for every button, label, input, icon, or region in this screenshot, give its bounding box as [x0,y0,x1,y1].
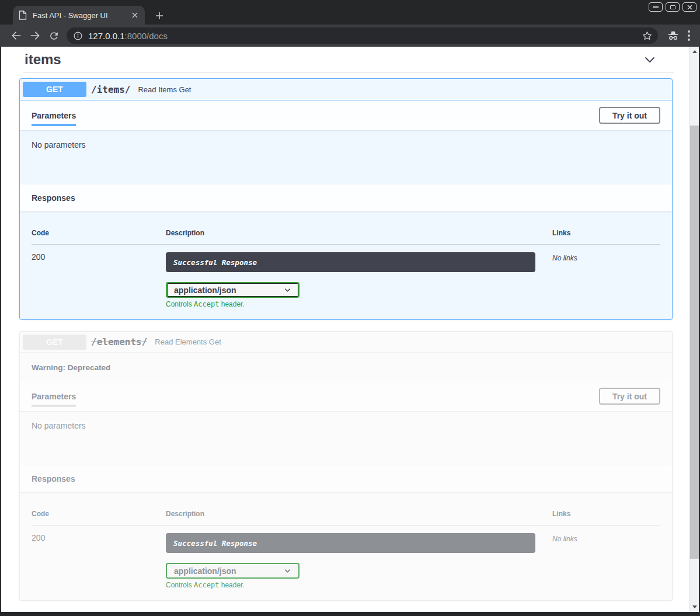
links-column-header: Links [552,229,660,237]
address-bar[interactable]: 127.0.0.1:8000/docs [67,27,658,44]
code-column-header: Code [32,229,166,237]
parameters-body: No parameters [20,411,672,465]
responses-table: Code Description Links 200 Successful Re… [20,492,672,600]
tag-title: items [23,51,61,68]
response-code: 200 [32,252,166,308]
endpoint-summary[interactable]: GET /items/ Read Items Get [20,79,672,100]
responses-title: Responses [32,474,75,483]
endpoint-block-elements-deprecated: GET /elements/ Read Elements Get Warning… [19,331,673,601]
tab-parameters[interactable]: Parameters [32,392,76,407]
responses-header: Responses [20,465,672,492]
try-it-out-button[interactable]: Try it out [599,107,660,124]
tab-strip: Fast API - Swagger UI [0,0,700,25]
scrollbar[interactable] [689,47,699,612]
description-column-header: Description [166,229,552,237]
reload-icon [48,30,60,41]
description-column-header: Description [166,510,552,518]
back-icon [11,30,22,41]
tab-parameters[interactable]: Parameters [32,111,76,126]
chevron-down-icon[interactable] [643,53,657,67]
menu-icon[interactable] [682,27,695,44]
parameters-header: Parameters Try it out [20,100,672,130]
maximize-icon [670,5,675,9]
accept-header-note: Controls Accept header. [166,581,552,589]
responses-table-header: Code Description Links [32,211,660,245]
forward-icon [29,30,41,41]
window-controls [649,2,696,12]
scroll-down-icon [692,605,697,608]
responses-table-header: Code Description Links [32,492,660,525]
method-badge: GET [23,82,86,97]
media-type-select[interactable]: application/json [166,563,299,579]
parameters-header: Parameters Try it out [20,381,672,411]
no-links-text: No links [552,254,577,262]
response-row: 200 Successful Response application/json [32,245,660,308]
select-chevron-icon [284,286,291,294]
no-links-text: No links [552,535,577,543]
response-description-block: Successful Response [166,252,535,272]
tag-section-header[interactable]: items [23,51,657,68]
tag-divider [23,72,674,72]
endpoint-summary[interactable]: GET /elements/ Read Elements Get [20,332,672,353]
parameters-body: No parameters [20,130,672,185]
response-description-block: Successful Response [166,533,535,553]
scrollbar-up-button[interactable] [689,47,699,57]
forward-button[interactable] [26,27,44,44]
responses-header: Responses [20,185,672,211]
endpoint-path: /elements/ [91,336,147,347]
browser-tab[interactable]: Fast API - Swagger UI [13,6,145,25]
endpoint-block-items: GET /items/ Read Items Get Parameters Tr… [19,78,673,320]
browser-toolbar: 127.0.0.1:8000/docs [0,25,700,47]
response-code: 200 [32,533,166,589]
bookmark-star-icon[interactable] [642,30,653,41]
scrollbar-down-button[interactable] [689,602,699,612]
window-close-button[interactable] [682,2,696,12]
links-column-header: Links [552,510,660,518]
responses-title: Responses [32,193,75,203]
reload-button[interactable] [44,27,63,44]
incognito-icon [664,27,682,44]
browser-window: Fast API - Swagger UI [0,0,700,47]
no-parameters-text: No parameters [32,421,86,430]
scrollbar-thumb[interactable] [690,126,699,559]
minimize-icon [653,6,659,8]
window-maximize-button[interactable] [666,2,680,12]
endpoint-description: Read Elements Get [155,337,221,346]
response-row: 200 Successful Response application/json [32,525,660,589]
url-text: 127.0.0.1:8000/docs [88,31,168,41]
deprecated-warning-section: Warning: Deprecated [20,353,672,381]
site-info-icon[interactable] [73,31,83,41]
endpoint-path: /items/ [91,84,130,95]
tab-title: Fast API - Swagger UI [33,11,130,20]
new-tab-button[interactable] [152,8,167,23]
tab-close-icon[interactable] [130,10,140,20]
page-favicon-icon [19,11,27,20]
accept-header-note: Controls Accept header. [166,300,552,308]
scroll-up-icon [692,50,697,53]
page-content: items GET /items/ Read Items Get Paramet… [1,47,699,612]
select-chevron-icon [284,567,291,575]
try-it-out-button[interactable]: Try it out [599,388,660,405]
method-badge: GET [23,335,86,350]
close-icon [687,5,692,10]
responses-table: Code Description Links 200 Successful Re… [20,211,672,319]
deprecated-warning-text: Warning: Deprecated [32,363,110,372]
no-parameters-text: No parameters [32,140,86,149]
endpoint-description: Read Items Get [138,85,191,94]
code-column-header: Code [32,510,166,518]
media-type-select[interactable]: application/json [166,282,299,298]
back-button[interactable] [7,27,26,44]
window-minimize-button[interactable] [649,2,663,12]
